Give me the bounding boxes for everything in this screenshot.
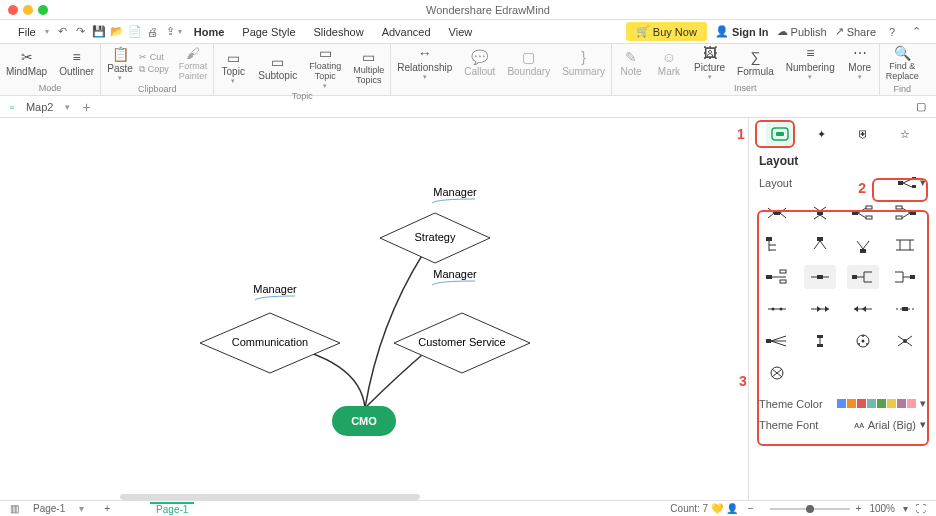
layout-option[interactable] — [761, 265, 793, 289]
open-icon[interactable]: 📂 — [109, 24, 125, 40]
layout-option[interactable] — [847, 265, 879, 289]
color-swatch[interactable] — [847, 399, 856, 408]
sign-in-label: Sign In — [732, 26, 769, 38]
add-tab-button[interactable]: + — [82, 99, 90, 115]
export-icon[interactable]: ⇪ — [163, 24, 179, 40]
close-window-button[interactable] — [8, 5, 18, 15]
theme-font-row: Theme Font ᴀᴀ Arial (Big) ▾ — [749, 414, 936, 435]
layout-option[interactable] — [804, 329, 836, 353]
find-replace-button[interactable]: 🔍Find & Replace — [880, 44, 925, 84]
tab-home[interactable]: Home — [188, 24, 231, 40]
layout-option[interactable] — [847, 233, 879, 257]
insert-label: Insert — [612, 83, 879, 95]
page-tab[interactable]: Page-1 — [33, 503, 65, 514]
layout-tab[interactable] — [766, 122, 794, 146]
panel-toggle-icon[interactable]: ▢ — [916, 100, 926, 113]
boundary-button[interactable]: ▢Boundary — [501, 44, 556, 83]
layout-option[interactable] — [761, 201, 793, 225]
page-active-tab[interactable]: Page-1 — [150, 502, 194, 515]
layout-option[interactable] — [889, 265, 921, 289]
publish-button[interactable]: ☁ Publish — [777, 25, 827, 38]
undo-icon[interactable]: ↶ — [55, 24, 71, 40]
style-tab[interactable]: ✦ — [808, 122, 836, 146]
layout-option[interactable] — [889, 233, 921, 257]
redo-icon[interactable]: ↷ — [73, 24, 89, 40]
layout-option[interactable] — [804, 233, 836, 257]
sign-in-button[interactable]: 👤 Sign In — [715, 25, 769, 38]
tab-map2[interactable]: Map2 — [26, 101, 54, 113]
tab-page-style[interactable]: Page Style — [236, 24, 301, 40]
format-painter-button[interactable]: 🖌Format Painter — [173, 44, 214, 84]
buy-now-button[interactable]: 🛒 Buy Now — [626, 22, 707, 41]
subtopic-button[interactable]: ▭Subtopic — [252, 44, 303, 91]
layout-options-grid — [749, 193, 936, 393]
mindmap-button[interactable]: ✂MindMap — [0, 44, 53, 83]
summary-button[interactable]: }Summary — [556, 44, 611, 83]
outliner-button[interactable]: ≡Outliner — [53, 44, 100, 83]
color-swatch[interactable] — [837, 399, 846, 408]
layout-option[interactable] — [804, 265, 836, 289]
tab-slideshow[interactable]: Slideshow — [308, 24, 370, 40]
tab-advanced[interactable]: Advanced — [376, 24, 437, 40]
outline-toggle-icon[interactable]: ▥ — [10, 503, 19, 514]
share-button[interactable]: ↗ Share — [835, 25, 876, 38]
cut-button[interactable]: ✂ Cut — [139, 52, 169, 62]
paste-button[interactable]: 📋Paste▾ — [101, 44, 139, 84]
note-button[interactable]: ✎Note — [612, 44, 650, 83]
add-page-button[interactable]: + — [104, 503, 110, 514]
dropdown-icon[interactable]: ▾ — [45, 27, 49, 36]
layout-option[interactable] — [761, 233, 793, 257]
relationship-button[interactable]: ↔Relationship▾ — [391, 44, 458, 83]
multiple-topics-button[interactable]: ▭Multiple Topics — [347, 44, 390, 91]
canvas[interactable]: CMO Communication Manager Strategy Manag… — [0, 118, 748, 500]
theme-color-picker[interactable]: ▾ — [837, 397, 926, 410]
tab-view[interactable]: View — [443, 24, 479, 40]
collapse-ribbon-icon[interactable]: ⌃ — [908, 24, 924, 40]
layout-option[interactable] — [761, 329, 793, 353]
color-swatch[interactable] — [857, 399, 866, 408]
layout-option[interactable] — [889, 297, 921, 321]
formula-button[interactable]: ∑Formula — [731, 44, 780, 83]
theme-font-dropdown[interactable]: ᴀᴀ Arial (Big) ▾ — [854, 418, 926, 431]
layout-option[interactable] — [847, 329, 879, 353]
horizontal-scrollbar[interactable] — [120, 494, 420, 500]
layout-option[interactable] — [847, 297, 879, 321]
floating-topic-button[interactable]: ▭Floating Topic▾ — [303, 44, 347, 91]
layout-option[interactable] — [761, 361, 793, 385]
minimize-window-button[interactable] — [23, 5, 33, 15]
color-swatch[interactable] — [887, 399, 896, 408]
maximize-window-button[interactable] — [38, 5, 48, 15]
layout-option[interactable] — [847, 201, 879, 225]
dropdown-icon[interactable]: ▾ — [178, 27, 182, 36]
help-icon[interactable]: ? — [884, 24, 900, 40]
layout-option[interactable] — [761, 297, 793, 321]
layout-dropdown[interactable]: ▾ — [898, 176, 926, 189]
numbering-button[interactable]: ≡Numbering▾ — [780, 44, 841, 83]
more-button[interactable]: ⋯More▾ — [841, 44, 879, 83]
color-swatch[interactable] — [867, 399, 876, 408]
new-icon[interactable]: 📄 — [127, 24, 143, 40]
layout-option[interactable] — [804, 297, 836, 321]
color-swatch[interactable] — [877, 399, 886, 408]
save-icon[interactable]: 💾 — [91, 24, 107, 40]
mark-button[interactable]: ☺Mark — [650, 44, 688, 83]
callout-button[interactable]: 💬Callout — [458, 44, 501, 83]
color-swatch[interactable] — [907, 399, 916, 408]
layout-option[interactable] — [804, 201, 836, 225]
numbering-icon: ≡ — [806, 46, 814, 62]
fit-icon[interactable]: ⛶ — [916, 503, 926, 514]
layout-option[interactable] — [889, 201, 921, 225]
layout-option[interactable] — [889, 329, 921, 353]
color-swatch[interactable] — [897, 399, 906, 408]
topic-button[interactable]: ▭Topic▾ — [214, 44, 252, 91]
print-icon[interactable]: 🖨 — [145, 24, 161, 40]
publish-label: Publish — [791, 26, 827, 38]
copy-button[interactable]: ⧉ Copy — [139, 64, 169, 75]
picture-button[interactable]: 🖼Picture▾ — [688, 44, 731, 83]
zoom-slider[interactable] — [770, 508, 850, 510]
svg-line-10 — [903, 179, 912, 183]
zoom-level[interactable]: 100% — [869, 503, 895, 514]
security-tab[interactable]: ⛨ — [849, 122, 877, 146]
favorite-tab[interactable]: ☆ — [891, 122, 919, 146]
file-menu[interactable]: File — [12, 24, 42, 40]
